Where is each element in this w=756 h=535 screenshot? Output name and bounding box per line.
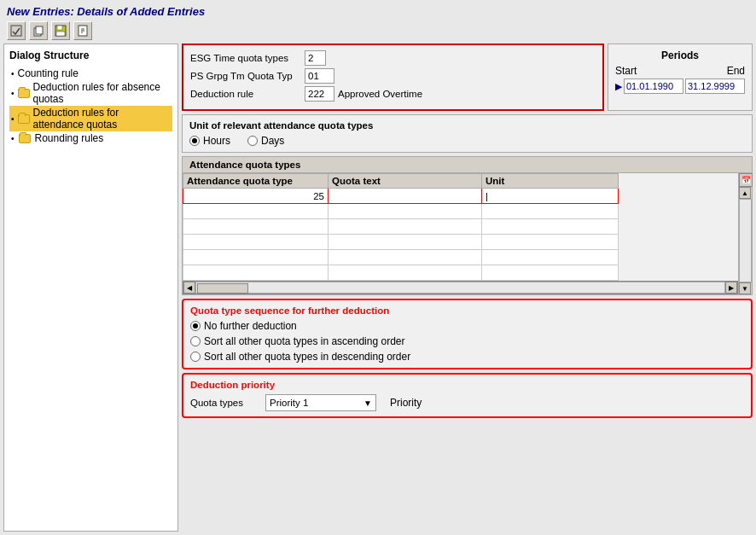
esg-row: ESG Time quota types <box>190 50 596 66</box>
radio-days-label: Days <box>261 135 284 147</box>
quota-text-cell[interactable] <box>329 204 482 219</box>
col-quota-text: Quota text <box>329 174 482 189</box>
radio-descending[interactable]: Sort all other quota types in descending… <box>190 351 744 363</box>
deduction-rule-code-input[interactable] <box>305 86 334 102</box>
bullet-icon: • <box>11 114 15 124</box>
radio-hours-label: Hours <box>203 135 230 147</box>
sidebar-item-absence-quotas[interactable]: • Deduction rules for absence quotas <box>9 80 172 106</box>
h-scroll-track[interactable] <box>195 282 725 294</box>
attendance-table-section: Attendance quota types Attendance quota … <box>182 156 753 295</box>
col-attendance-type: Attendance quota type <box>183 174 329 189</box>
radio-no-further-label: No further deduction <box>204 320 297 332</box>
unit-cell[interactable] <box>482 219 619 235</box>
svg-rect-0 <box>11 26 21 36</box>
folder-icon <box>18 88 30 98</box>
ps-grp-input[interactable] <box>305 68 334 84</box>
quota-text-cell[interactable] <box>329 189 482 204</box>
radio-hours[interactable]: Hours <box>189 135 230 147</box>
table-row <box>183 265 619 281</box>
sidebar: Dialog Structure • Counting rule • Deduc… <box>3 44 178 532</box>
att-type-cell[interactable] <box>183 219 329 235</box>
svg-rect-2 <box>36 26 43 34</box>
deduction-priority-title: Deduction priority <box>190 380 744 390</box>
priority-label: Priority <box>390 397 422 409</box>
radio-ascending-circle <box>190 336 201 346</box>
period-arrow-icon: ▶ <box>615 81 622 92</box>
scroll-right-arrow[interactable]: ▶ <box>725 282 737 294</box>
radio-no-further-circle <box>190 321 201 331</box>
unit-cell[interactable] <box>482 265 619 281</box>
sidebar-title: Dialog Structure <box>9 49 172 61</box>
unit-cell[interactable] <box>482 204 619 219</box>
horizontal-scrollbar[interactable]: ◀ ▶ <box>183 281 738 294</box>
unit-radio-group: Hours Days <box>189 135 745 147</box>
toolbar-edit-btn[interactable] <box>7 21 26 40</box>
unit-cell[interactable]: | <box>482 189 619 204</box>
bullet-icon: • <box>11 134 15 143</box>
table-row <box>183 235 619 250</box>
unit-cell[interactable] <box>482 250 619 265</box>
scroll-left-arrow[interactable]: ◀ <box>183 282 195 294</box>
sidebar-item-rounding-rules[interactable]: • Rounding rules <box>9 131 172 145</box>
ps-grp-label: PS Grpg Tm Quota Typ <box>190 71 301 81</box>
quota-seq-radio-group: No further deduction Sort all other quot… <box>190 320 744 363</box>
end-date-input[interactable] <box>685 79 745 94</box>
radio-descending-circle <box>190 352 201 362</box>
att-type-cell[interactable] <box>183 204 329 219</box>
unit-section: Unit of relevant attendance quota types … <box>182 114 753 153</box>
v-scroll-track <box>739 199 752 282</box>
cal-icon[interactable]: 📅 <box>739 173 753 187</box>
toolbar-save-btn[interactable] <box>51 21 70 40</box>
attendance-table: Attendance quota type Quota text Unit 25… <box>183 173 619 281</box>
table-row: 25 | <box>183 189 619 204</box>
radio-ascending[interactable]: Sort all other quota types in ascending … <box>190 335 744 347</box>
radio-days[interactable]: Days <box>247 135 284 147</box>
toolbar-copy-btn[interactable] <box>29 21 48 40</box>
periods-row: ▶ <box>615 79 745 94</box>
periods-title: Periods <box>615 49 745 61</box>
deduction-rule-label: Deduction rule <box>190 89 301 99</box>
start-label: Start <box>615 65 637 77</box>
att-type-cell[interactable] <box>183 250 329 265</box>
sidebar-item-attendance-quotas[interactable]: • Deduction rules for attendance quotas <box>9 106 172 131</box>
quota-text-cell[interactable] <box>329 219 482 235</box>
priority-selected-value: Priority 1 <box>270 398 308 408</box>
h-scroll-thumb[interactable] <box>197 283 248 294</box>
quota-text-cell[interactable] <box>329 250 482 265</box>
toolbar-export-btn[interactable] <box>73 21 92 40</box>
form-section: ESG Time quota types PS Grpg Tm Quota Ty… <box>182 44 604 111</box>
sidebar-item-counting-rule[interactable]: • Counting rule <box>9 67 172 80</box>
scroll-down-arrow[interactable]: ▼ <box>739 282 751 294</box>
page-title: New Entries: Details of Added Entries <box>0 0 756 20</box>
sidebar-item-label: Rounding rules <box>35 132 104 144</box>
radio-no-further[interactable]: No further deduction <box>190 320 744 332</box>
quota-text-cell[interactable] <box>329 235 482 250</box>
att-type-cell[interactable] <box>183 235 329 250</box>
sidebar-item-label: Counting rule <box>18 67 79 79</box>
quota-text-cell[interactable] <box>329 265 482 281</box>
sidebar-item-label: Deduction rules for absence quotas <box>33 81 171 105</box>
svg-rect-5 <box>56 32 65 36</box>
esg-input[interactable] <box>305 50 326 66</box>
folder-icon-open <box>18 113 30 124</box>
att-type-cell[interactable]: 25 <box>183 189 329 204</box>
unit-section-title: Unit of relevant attendance quota types <box>189 120 745 131</box>
unit-cell[interactable] <box>482 235 619 250</box>
att-type-cell[interactable] <box>183 265 329 281</box>
col-unit: Unit <box>482 174 619 189</box>
deduction-priority-section: Deduction priority Quota types Priority … <box>182 373 753 418</box>
quota-seq-title: Quota type sequence for further deductio… <box>190 305 744 316</box>
start-date-input[interactable] <box>624 79 683 94</box>
table-row <box>183 219 619 235</box>
priority-dropdown[interactable]: Priority 1 ▼ <box>265 394 376 411</box>
deduction-rule-name: Approved Overtime <box>338 89 422 99</box>
end-label: End <box>727 65 745 77</box>
toolbar <box>0 20 756 44</box>
bullet-icon: • <box>11 69 15 79</box>
esg-label: ESG Time quota types <box>190 53 301 63</box>
table-row <box>183 250 619 265</box>
scroll-up-arrow[interactable]: ▲ <box>739 187 751 199</box>
attendance-table-title: Attendance quota types <box>183 157 752 173</box>
dropdown-arrow-icon: ▼ <box>363 398 372 408</box>
radio-days-circle <box>247 136 258 146</box>
